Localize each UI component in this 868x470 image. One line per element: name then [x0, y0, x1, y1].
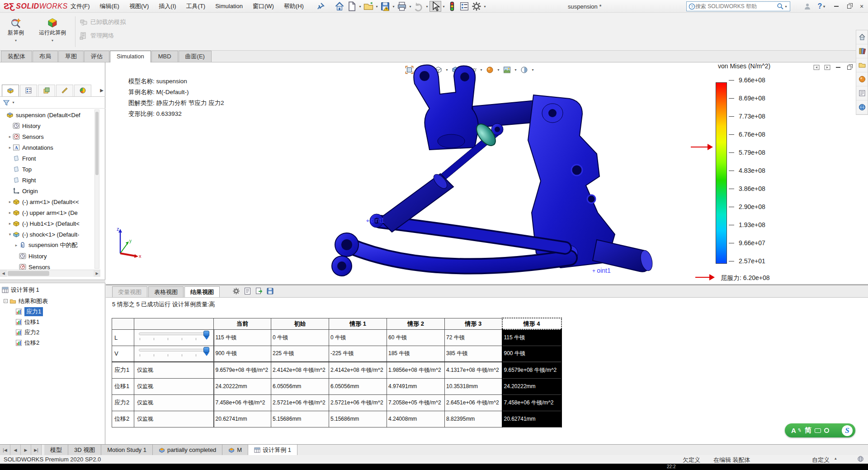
help-search-box[interactable]: ? ▾ — [686, 1, 790, 11]
pane-next-icon[interactable] — [823, 63, 832, 71]
settings-gear-button[interactable] — [471, 1, 482, 12]
tree-horizontal-scrollbar[interactable]: ◀ ▶ — [0, 270, 100, 277]
case-column-header[interactable]: 情形 4 — [502, 318, 561, 329]
result-value-cell[interactable]: -225 牛顿 — [329, 346, 387, 362]
minimize-window-icon[interactable] — [830, 0, 843, 13]
pin-menu-icon[interactable] — [316, 2, 325, 10]
result-value-cell[interactable]: 0 牛顿 — [271, 329, 329, 346]
options-list-button[interactable] — [458, 1, 470, 12]
study-tab-表格视图[interactable]: 表格视图 — [148, 286, 184, 297]
design-library-icon[interactable] — [856, 44, 868, 58]
displaymanager-tab[interactable] — [74, 85, 91, 96]
tab-nav-last-icon[interactable]: ▶| — [31, 445, 42, 455]
minimize-pane-icon[interactable] — [834, 63, 843, 71]
undo-button[interactable] — [413, 1, 425, 12]
result-value-cell[interactable]: 185 牛顿 — [387, 346, 445, 362]
panel-tab-scroll-icon[interactable]: ▶ — [100, 88, 104, 93]
slider-thumb-icon[interactable] — [203, 331, 209, 337]
panel-splitter[interactable] — [0, 280, 105, 283]
result-value-cell[interactable]: 6.05056mm — [329, 378, 387, 394]
propertymanager-tab[interactable] — [20, 85, 37, 96]
joint1-annotation-2[interactable]: + oint1 — [592, 267, 611, 274]
expand-arrow-icon[interactable]: ▸ — [7, 134, 13, 139]
tree-item[interactable]: ▸Sensors — [0, 131, 99, 142]
3dexperience-globe-icon[interactable] — [856, 100, 868, 114]
featuremanager-tab[interactable] — [2, 85, 19, 96]
commandmanager-tab-曲面(E)[interactable]: 曲面(E) — [179, 51, 212, 62]
commandmanager-tab-Simulation[interactable]: Simulation — [110, 51, 151, 62]
result-value-cell[interactable]: 1.9856e+08 牛顿/m^2 — [387, 362, 445, 378]
configurationmanager-tab[interactable] — [38, 85, 55, 96]
result-value-cell[interactable]: 9.6579e+08 牛顿/m^2 — [502, 362, 561, 378]
result-value-cell[interactable]: 225 牛顿 — [271, 346, 329, 362]
new-study-button[interactable]: 新算例 ▾ — [2, 14, 30, 49]
menu-item-f[interactable]: 文件(F) — [66, 0, 95, 13]
tree-item[interactable]: History — [0, 251, 99, 261]
file-explorer-icon[interactable] — [856, 58, 868, 72]
open-caret-icon[interactable]: ▾ — [375, 5, 379, 9]
tree-item[interactable]: ▸(-) arm<1> (Default<< — [0, 196, 99, 207]
ime-mode-label[interactable]: A — [791, 427, 796, 434]
tab-nav-first-icon[interactable]: |◀ — [0, 445, 10, 455]
custom-properties-icon[interactable] — [856, 86, 868, 100]
result-value-cell[interactable]: 0 牛顿 — [329, 329, 387, 346]
open-button[interactable] — [363, 1, 374, 12]
result-value-cell[interactable]: 20.62741mm — [502, 411, 561, 427]
parameter-slider[interactable] — [137, 347, 212, 361]
result-plot-item[interactable]: 应力1 — [0, 306, 105, 317]
save-button[interactable] — [379, 1, 391, 12]
help-menu-button[interactable]: ?▾ — [814, 0, 830, 13]
hscrollbar-thumb[interactable] — [8, 271, 49, 276]
pane-previous-icon[interactable] — [812, 63, 821, 71]
result-value-cell[interactable]: 385 牛顿 — [445, 346, 502, 362]
undo-caret-icon[interactable]: ▾ — [425, 5, 429, 9]
filter-funnel-icon[interactable] — [3, 99, 10, 106]
scroll-right-icon[interactable]: ▶ — [94, 270, 100, 277]
tree-item[interactable]: ▸AAnnotations — [0, 142, 99, 153]
expand-arrow-icon[interactable]: ▸ — [7, 210, 13, 215]
commandmanager-tab-评估[interactable]: 评估 — [84, 51, 109, 62]
connection-globe-icon[interactable] — [857, 456, 864, 462]
graphics-viewport[interactable]: ▾▾▾▾▾▾▾ × 模型名称: suspension 算例名称: M(-Defa… — [106, 62, 868, 284]
result-value-cell[interactable]: 115 牛顿 — [214, 329, 271, 346]
save-caret-icon[interactable]: ▾ — [392, 5, 396, 9]
new-study-caret-icon[interactable]: ▾ — [15, 38, 17, 43]
tree-item[interactable]: ▾(-) shock<1> (Default- — [0, 229, 99, 240]
case-column-header[interactable]: 初始 — [271, 318, 329, 329]
commandmanager-tab-草图[interactable]: 草图 — [58, 51, 84, 62]
result-value-cell[interactable]: 24.20222mm — [214, 378, 271, 394]
select-caret-icon[interactable]: ▾ — [442, 5, 446, 9]
expand-arrow-icon[interactable]: ▸ — [7, 145, 13, 150]
result-value-cell[interactable]: 7.458e+06 牛顿/m^2 — [502, 394, 561, 411]
result-value-cell[interactable]: 72 牛顿 — [445, 329, 502, 346]
joint1-annotation[interactable]: ⌖ oint1 — [366, 217, 384, 224]
resources-home-icon[interactable] — [856, 30, 868, 44]
print-button[interactable] — [396, 1, 408, 12]
tree-vertical-scrollbar[interactable] — [94, 109, 99, 269]
tree-item[interactable]: Origin — [0, 185, 99, 196]
user-account-icon[interactable] — [801, 0, 814, 13]
commandmanager-tab-MBD[interactable]: MBD — [151, 51, 178, 62]
menu-item-e[interactable]: 编辑(E) — [95, 0, 124, 13]
tree-item[interactable]: Right — [0, 175, 99, 185]
ime-settings-icon[interactable] — [824, 428, 829, 433]
result-value-cell[interactable]: 5.15686mm — [271, 411, 329, 427]
result-plot-item[interactable]: 位移1 — [0, 317, 105, 327]
tree-item[interactable]: Front — [0, 153, 99, 164]
result-plot-item[interactable]: 位移2 — [0, 337, 105, 348]
filter-caret-icon[interactable]: ▾ — [11, 100, 15, 104]
tree-item[interactable]: History — [0, 120, 99, 131]
result-value-cell[interactable]: 2.5721e+06 牛顿/m^2 — [329, 394, 387, 411]
search-caret-icon[interactable]: ▾ — [784, 5, 788, 9]
case-column-header[interactable]: 当前 — [214, 318, 271, 329]
result-value-cell[interactable]: 2.4142e+08 牛顿/m^2 — [329, 362, 387, 378]
result-value-cell[interactable]: 9.6579e+08 牛顿/m^2 — [214, 362, 271, 378]
result-value-cell[interactable]: 24.20222mm — [502, 378, 561, 394]
result-value-cell[interactable]: 2.5721e+06 牛顿/m^2 — [271, 394, 329, 411]
scroll-left-icon[interactable]: ◀ — [0, 270, 7, 277]
menu-item-simulation[interactable]: Simulation — [210, 0, 248, 13]
slider-thumb-icon[interactable] — [203, 347, 209, 353]
commandmanager-tab-装配体[interactable]: 装配体 — [1, 51, 32, 62]
result-value-cell[interactable]: 8.82395mm — [445, 411, 502, 427]
search-icon[interactable] — [777, 3, 784, 10]
